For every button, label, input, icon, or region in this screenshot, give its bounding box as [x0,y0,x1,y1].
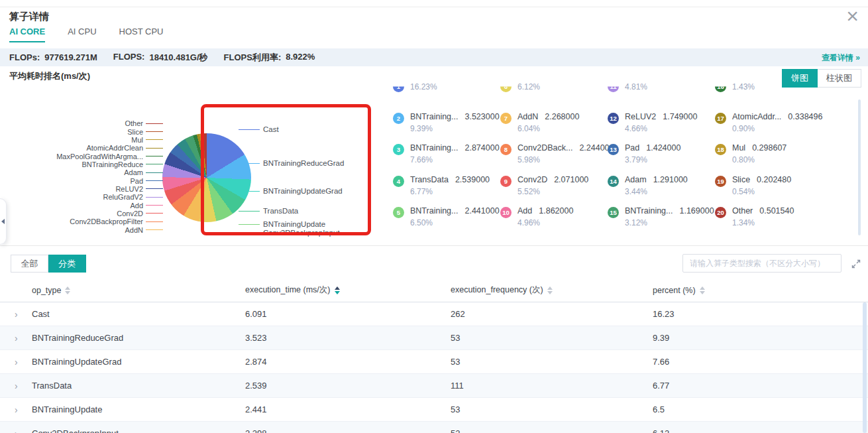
pie-slice-label: Slice [13,127,163,135]
filter-all-button[interactable]: 全部 [11,255,48,273]
column-execution-time[interactable]: execution_time (ms/次) [245,284,451,296]
cell-percent: 16.23 [653,309,868,319]
legend-op-percent: 1.43% [732,83,755,92]
tab-ai-core[interactable]: AI CORE [9,27,45,42]
pie-slice-label-text: AtomicAddrClean [86,144,143,152]
cell-percent: 7.66 [653,357,868,367]
pie-slice-label-text: Add [130,202,143,210]
legend-rank-badge: 17 [715,113,726,124]
section-divider [0,245,868,246]
cell-execution-time: 2.539 [245,381,451,391]
cell-op-type: TransData [32,381,245,391]
tab-ai-cpu[interactable]: AI CPU [68,27,96,42]
column-op-type[interactable]: op_type [32,286,245,295]
expand-icon[interactable] [851,259,861,269]
legend-op-percent: 16.23% [410,83,437,92]
column-percent[interactable]: percent (%) [653,286,868,295]
tab-host-cpu[interactable]: HOST CPU [119,27,164,42]
legend-rank-badge: 3 [393,144,404,155]
flops-total: FLOPs: 977619.271M [9,52,97,62]
pie-slice-label-text: BNTrainingReduceGrad [263,159,344,167]
legend-item: 17AtomicAddr...0.3384960.90% [715,112,822,133]
view-details-link[interactable]: 查看详情 » [822,52,860,64]
filter-category-button[interactable]: 分类 [48,255,86,273]
flops-rate: FLOPS: 18410.481G/秒 [113,52,208,64]
legend-op-value: 0.298607 [752,143,787,153]
table-row[interactable]: ›BNTrainingUpdateGrad2.874537.66 [0,350,868,374]
legend-rank-badge: 11 [608,81,619,92]
legend-op-percent: 4.96% [517,219,573,227]
legend-op-name: ReLUV2 [625,112,656,122]
cell-op-type: Cast [32,309,245,319]
legend-op-percent: 6.50% [410,219,500,227]
pie-slice-label: ReluGradV2 [13,193,163,201]
pie-label-leader-line [239,129,260,130]
flops-utilization: FLOPS利用率: 8.922% [224,52,315,64]
row-expand-icon[interactable]: › [0,404,32,415]
pie-slice-label: Pad [13,176,163,184]
table-scrollbar[interactable] [863,302,867,433]
table-row[interactable]: ›BNTrainingUpdate2.441536.5 [0,398,868,422]
pie-slice-label-text: Other [125,119,143,127]
cell-execution-frequency: 53 [451,357,653,367]
pie-slice-label-text: Cast [263,125,279,133]
legend-rank-badge: 10 [500,207,512,218]
flops-total-value: 977619.271M [44,52,97,62]
column-op-type-label: op_type [32,286,61,295]
legend-item: 19Slice0.2024800.54% [715,175,791,196]
legend-item: 12ReLUV21.7490004.66% [608,112,697,133]
legend-rank-badge: 13 [608,144,619,155]
flops-summary-bar: FLOPs: 977619.271M FLOPS: 18410.481G/秒 F… [0,48,868,66]
cell-execution-frequency: 53 [451,333,653,343]
pie-label-leader-line [146,123,163,124]
legend-rank-badge: 9 [500,176,512,187]
pie-slice-label-text: Conv2D [117,210,143,217]
legend-scrollbar[interactable] [858,99,861,235]
drawer-collapse-handle[interactable] [0,198,7,245]
flops-total-label: FLOPs: [9,52,40,62]
sort-icon[interactable] [65,286,70,294]
sort-icon-active-desc[interactable] [335,286,340,294]
close-icon[interactable]: × [846,5,859,27]
legend-item: 161.43% [715,80,755,92]
cell-percent: 6.12 [653,428,868,433]
legend-op-name: Add [517,206,532,216]
column-execution-frequency-label: execution_frequency (次) [451,284,543,296]
row-expand-icon[interactable]: › [0,381,32,391]
legend-op-value: 0.501540 [759,206,794,216]
pie-label-leader-line [146,164,163,164]
legend-item: 8Conv2DBack...2.2440005.98% [500,143,614,164]
pie-slice-label-text: Slice [127,128,143,136]
pie-slice-label: Adam [13,168,163,176]
legend-item: 2BNTraining...3.5230009.39% [393,112,500,133]
legend-op-percent: 3.12% [625,219,714,227]
table-row[interactable]: ›TransData2.5391116.77 [0,374,868,398]
pie-label-leader-line [146,139,163,140]
pie-label-leader-line [146,213,163,214]
sort-icon[interactable] [700,286,705,294]
legend-rank-badge: 16 [715,81,726,92]
legend-op-name: BNTraining... [410,112,458,122]
table-row[interactable]: ›Conv2DBackpropInput2.298526.12 [0,422,868,433]
table-row[interactable]: ›Cast6.09126216.23 [0,302,868,326]
pie-label-leader-line [146,221,163,222]
legend-op-percent: 6.12% [517,83,540,92]
table-row[interactable]: ›BNTrainingReduceGrad3.523539.39 [0,326,868,350]
pie-label-leader-line [239,191,260,192]
legend-op-name: Adam [625,175,647,185]
sort-icon[interactable] [547,286,553,294]
search-input[interactable] [682,254,841,273]
pie-label-leader-line [146,205,163,206]
bar-chart-button[interactable]: 柱状图 [818,69,861,88]
pie-chart[interactable] [162,133,251,222]
column-execution-frequency[interactable]: execution_frequency (次) [451,284,653,296]
legend-rank-badge: 19 [715,176,726,187]
row-expand-icon[interactable]: › [0,428,32,433]
row-expand-icon[interactable]: › [0,333,32,343]
pie-chart-button[interactable]: 饼图 [782,69,818,88]
pie-slice-label-text: Conv2DBackpropInput [263,229,340,237]
operator-details-modal: 算子详情 × AI CORE AI CPU HOST CPU FLOPs: 97… [0,0,868,433]
row-expand-icon[interactable]: › [0,309,32,320]
tab-bar: AI CORE AI CPU HOST CPU [9,27,163,42]
row-expand-icon[interactable]: › [0,357,32,367]
